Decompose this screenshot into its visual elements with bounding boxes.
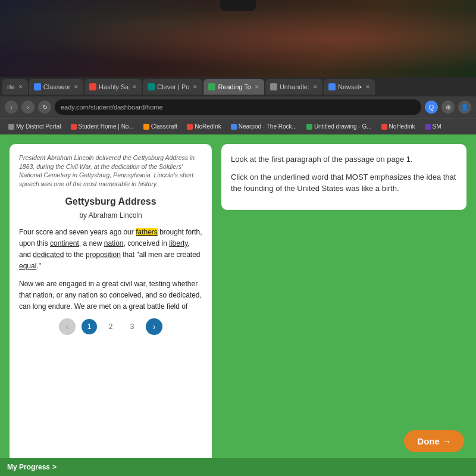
text-conceived: , conceived in <box>123 239 169 248</box>
passage-text: Four score and seven years ago our fathe… <box>19 227 202 312</box>
address-bar-row: ‹ › ↻ eady.com/student/dashboard/home Q … <box>0 96 476 118</box>
word-nation[interactable]: nation <box>104 239 124 248</box>
tab-close-icon[interactable]: ✕ <box>365 84 370 90</box>
bookmark-favicon <box>425 124 431 130</box>
browser-tab-newsel[interactable]: Newsel• ✕ <box>324 79 375 95</box>
bookmark-favicon <box>187 124 193 130</box>
passage-title: Gettysburg Address <box>19 195 202 209</box>
bookmark-label: Classcraft <box>151 123 177 130</box>
passage-author: by Abraham Linco​ln <box>19 210 202 221</box>
browser-tab-clever[interactable]: Clever | Po ✕ <box>143 79 202 95</box>
bookmark-favicon <box>381 124 387 130</box>
bookmark-label: My District Portal <box>16 123 61 130</box>
tab-label: Classwor <box>43 83 70 90</box>
prev-page-button[interactable]: ‹ <box>59 318 76 335</box>
top-photo-area <box>0 0 476 77</box>
tab-favicon <box>328 83 336 90</box>
page-2-button[interactable]: 2 <box>103 319 118 334</box>
question-card: Look at the first paragraph of the passa… <box>221 144 466 210</box>
text-that-all: that "all men are created <box>121 250 201 259</box>
bookmark-nearpod[interactable]: Nearpod - The Rock... <box>227 122 300 131</box>
camera-bump <box>220 0 256 11</box>
page-3-button[interactable]: 3 <box>124 319 140 334</box>
bookmark-label: Student Home | No... <box>79 123 134 130</box>
bookmark-noredink[interactable]: NoRedInk <box>183 122 224 131</box>
tab-favicon <box>270 83 277 90</box>
address-bar[interactable]: eady.com/student/dashboard/home <box>55 99 421 115</box>
tab-close-icon[interactable]: ✕ <box>18 84 23 90</box>
browser-tab-reading[interactable]: Reading To ✕ <box>203 79 264 95</box>
text-our: our <box>121 228 136 236</box>
word-proposition[interactable]: proposition <box>86 250 121 259</box>
bookmark-favicon <box>8 124 14 130</box>
passage-card: President Abraham Lincoln delivered the … <box>10 144 212 466</box>
bookmark-label: NoHedink <box>389 123 415 130</box>
question-text: Click on the underlined word that MOST e… <box>231 171 457 195</box>
pagination: ‹ 1 2 3 › <box>19 318 202 335</box>
reading-area: President Abraham Lincoln delivered the … <box>10 144 466 466</box>
tab-favicon <box>148 83 155 90</box>
next-page-button[interactable]: › <box>146 318 162 335</box>
tab-close-icon[interactable]: ✕ <box>193 84 198 90</box>
url-text: eady.com/student/dashboard/home <box>61 104 163 111</box>
bookmark-untitled-drawing[interactable]: Untitled drawing - G... <box>303 122 375 131</box>
text-fourscore: Four score and seven years ago <box>19 228 121 236</box>
passage-paragraph-2: Now we are engaged in a great civil war,… <box>19 278 202 313</box>
bookmark-label: SM <box>433 123 441 130</box>
search-icon[interactable]: Q <box>425 101 438 114</box>
progress-bar: My Progress > <box>0 458 476 476</box>
tab-label: Unhandle: <box>280 83 309 90</box>
tab-close-icon[interactable]: ✕ <box>313 84 318 90</box>
page-1-button[interactable]: 1 <box>82 319 97 334</box>
word-dedicated[interactable]: dedicated <box>33 250 64 259</box>
text-to-the: to the <box>64 250 86 259</box>
bookmark-sm[interactable]: SM <box>421 122 445 131</box>
bookmark-label: NoRedInk <box>195 123 221 130</box>
text-end-quote: ." <box>36 262 41 270</box>
bookmark-nohedink[interactable]: NoHedink <box>378 122 419 131</box>
bookmark-student-home[interactable]: Student Home | No... <box>67 122 137 131</box>
text-a-new: , a new <box>79 239 104 248</box>
browser-tab-rte[interactable]: rte ✕ <box>2 79 28 95</box>
tab-label: Newsel• <box>338 83 362 90</box>
tab-close-icon[interactable]: ✕ <box>132 84 137 90</box>
word-fathers[interactable]: fathers <box>136 228 158 236</box>
progress-arrow-icon: > <box>52 463 57 471</box>
passage-intro: President Abraham Lincoln delivered the … <box>19 154 202 189</box>
browser-tab-classwork[interactable]: Classwor ✕ <box>29 79 83 95</box>
bookmark-favicon <box>143 124 149 130</box>
passage-paragraph-1: Four score and seven years ago our fathe… <box>19 227 202 273</box>
done-button[interactable]: Done → <box>404 430 464 452</box>
word-continent[interactable]: continent <box>50 239 79 248</box>
tab-favicon <box>89 83 96 90</box>
bookmark-label: Nearpod - The Rock... <box>239 123 297 130</box>
bookmark-district-portal[interactable]: My District Portal <box>5 122 65 131</box>
progress-text: My Progress <box>7 463 50 471</box>
tab-favicon <box>208 83 215 90</box>
tab-favicon <box>34 83 41 90</box>
tab-close-icon[interactable]: ✕ <box>255 84 259 90</box>
back-button[interactable]: ‹ <box>5 101 18 114</box>
my-progress-label[interactable]: My Progress > <box>7 463 57 471</box>
browser-tab-hashly[interactable]: Hashly Sa ✕ <box>84 79 142 95</box>
main-content: President Abraham Lincoln delivered the … <box>0 134 476 476</box>
tab-label: Hashly Sa <box>99 83 129 90</box>
bookmarks-bar: My District Portal Student Home | No... … <box>0 118 476 134</box>
bookmark-favicon <box>71 124 77 130</box>
forward-button[interactable]: › <box>21 101 35 114</box>
tab-close-icon[interactable]: ✕ <box>74 84 79 90</box>
bookmark-classcraft[interactable]: Classcraft <box>140 122 181 131</box>
browser-tab-unhandled[interactable]: Unhandle: ✕ <box>265 79 322 95</box>
bookmark-label: Untitled drawing - G... <box>314 123 372 130</box>
profile-button[interactable]: 👤 <box>458 101 471 114</box>
word-liberty[interactable]: liberty <box>169 239 187 248</box>
tab-label: Clever | Po <box>157 83 189 90</box>
question-instruction: Look at the first paragraph of the passa… <box>231 154 457 165</box>
word-equal[interactable]: equal <box>19 262 36 270</box>
refresh-button[interactable]: ↻ <box>38 101 51 114</box>
tab-label: Reading To <box>218 83 250 90</box>
tab-label: rte <box>7 83 15 90</box>
bookmark-favicon <box>306 124 312 130</box>
extensions-button[interactable]: ⊕ <box>441 101 455 114</box>
browser-chrome: rte ✕ Classwor ✕ Hashly Sa ✕ Clever | Po… <box>0 77 476 134</box>
